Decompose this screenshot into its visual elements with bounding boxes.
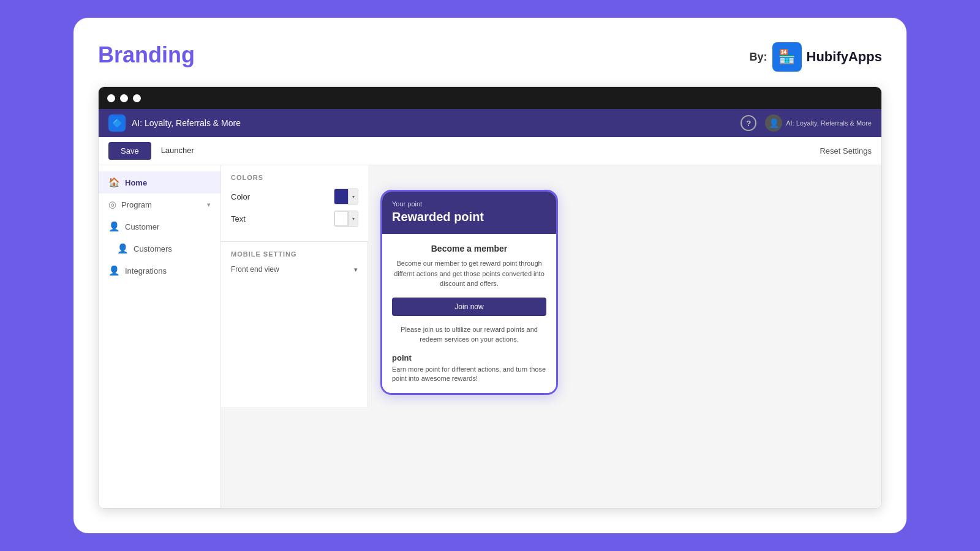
app-body: 🏠 Home ◎ Program ▾ 👤 Customer 👤 Customer… bbox=[99, 165, 881, 508]
program-expand-icon: ▾ bbox=[207, 201, 211, 209]
right-panel: Your point Rewarded point Become a membe… bbox=[368, 165, 882, 407]
app-logo-icon: 🔷 bbox=[108, 114, 126, 132]
mobile-setting-section: MOBILE SETTING Front end view ▾ bbox=[221, 242, 368, 282]
integrations-icon: 👤 bbox=[108, 265, 120, 276]
by-text: By: bbox=[750, 51, 767, 64]
sidebar-item-program[interactable]: ◎ Program ▾ bbox=[99, 193, 221, 216]
outer-card: Branding By: 🏪 HubifyApps 🔷 AI: Loyalty,… bbox=[74, 18, 907, 533]
app-title: AI: Loyalty, Referrals & More bbox=[132, 118, 241, 128]
preview-rewarded-point: Rewarded point bbox=[392, 210, 546, 224]
text-color-swatch bbox=[334, 211, 348, 226]
color-arrow: ▾ bbox=[348, 189, 358, 204]
sidebar-customer-label: Customer bbox=[125, 222, 159, 231]
content-wrapper: COLORS Color ▾ Text bbox=[221, 165, 882, 407]
user-app-label: AI: Loyalty, Referrals & More bbox=[786, 119, 872, 127]
text-row: Text ▾ bbox=[231, 211, 358, 227]
help-button[interactable]: ? bbox=[741, 115, 756, 131]
hubify-name: HubifyApps bbox=[807, 49, 882, 65]
toolbar-left: Save Launcher bbox=[108, 142, 194, 160]
preview-please: Please join us to ultilize our reward po… bbox=[392, 324, 546, 345]
preview-header: Your point Rewarded point bbox=[382, 192, 556, 234]
program-icon: ◎ bbox=[108, 199, 116, 210]
preview-point-label: point bbox=[392, 353, 546, 362]
browser-dot-1 bbox=[107, 94, 115, 102]
sidebar-item-customers[interactable]: 👤 Customers bbox=[99, 238, 221, 260]
customer-icon: 👤 bbox=[108, 221, 120, 232]
preview-desc: Become our member to get reward point th… bbox=[392, 258, 546, 289]
front-end-view-label: Front end view bbox=[231, 265, 279, 274]
sidebar: 🏠 Home ◎ Program ▾ 👤 Customer 👤 Customer… bbox=[99, 165, 221, 508]
preview-your-point: Your point bbox=[392, 200, 546, 208]
sidebar-integrations-label: Integrations bbox=[125, 266, 167, 276]
save-button[interactable]: Save bbox=[108, 142, 151, 160]
launcher-tab[interactable]: Launcher bbox=[161, 143, 194, 159]
customers-icon: 👤 bbox=[117, 243, 129, 254]
reset-settings-link[interactable]: Reset Settings bbox=[820, 146, 872, 156]
dropdown-arrow[interactable]: ▾ bbox=[354, 266, 358, 274]
sidebar-program-label: Program bbox=[121, 200, 152, 209]
browser-bar bbox=[99, 87, 881, 109]
text-color-picker[interactable]: ▾ bbox=[334, 211, 358, 227]
left-panel: COLORS Color ▾ Text bbox=[221, 165, 368, 407]
color-swatch bbox=[334, 189, 348, 204]
user-avatar: 👤 bbox=[765, 114, 782, 132]
color-row: Color ▾ bbox=[231, 189, 358, 204]
hubify-logo: By: 🏪 HubifyApps bbox=[750, 42, 882, 72]
preview-become-member: Become a member bbox=[392, 244, 546, 253]
sidebar-home-label: Home bbox=[125, 178, 147, 187]
browser-dot-2 bbox=[120, 94, 128, 102]
preview-point-desc: Earn more point for different actions, a… bbox=[392, 365, 546, 384]
app-header: 🔷 AI: Loyalty, Referrals & More ? 👤 AI: … bbox=[99, 109, 881, 137]
preview-body: Become a member Become our member to get… bbox=[382, 234, 556, 393]
color-picker[interactable]: ▾ bbox=[334, 189, 358, 204]
preview-join-button[interactable]: Join now bbox=[392, 298, 546, 316]
colors-settings-panel: COLORS Color ▾ Text bbox=[221, 165, 368, 242]
color-label: Color bbox=[231, 192, 250, 201]
sidebar-item-home[interactable]: 🏠 Home bbox=[99, 171, 221, 193]
sidebar-item-customer[interactable]: 👤 Customer bbox=[99, 216, 221, 238]
app-header-left: 🔷 AI: Loyalty, Referrals & More bbox=[108, 114, 241, 132]
sidebar-item-integrations[interactable]: 👤 Integrations bbox=[99, 260, 221, 282]
colors-section-title: COLORS bbox=[231, 174, 358, 181]
mobile-setting-title: MOBILE SETTING bbox=[231, 250, 358, 258]
user-badge: 👤 AI: Loyalty, Referrals & More bbox=[765, 114, 872, 132]
sidebar-customers-label: Customers bbox=[134, 244, 172, 253]
main-content: COLORS Color ▾ Text bbox=[221, 165, 882, 508]
browser-window: 🔷 AI: Loyalty, Referrals & More ? 👤 AI: … bbox=[98, 86, 882, 509]
home-icon: 🏠 bbox=[108, 177, 120, 188]
toolbar: Save Launcher Reset Settings bbox=[99, 137, 881, 165]
browser-dot-3 bbox=[133, 94, 141, 102]
text-color-arrow: ▾ bbox=[348, 211, 358, 226]
mobile-preview: Your point Rewarded point Become a membe… bbox=[380, 190, 558, 395]
app-header-right: ? 👤 AI: Loyalty, Referrals & More bbox=[741, 114, 872, 132]
text-label: Text bbox=[231, 214, 246, 223]
store-icon: 🏪 bbox=[772, 42, 802, 72]
